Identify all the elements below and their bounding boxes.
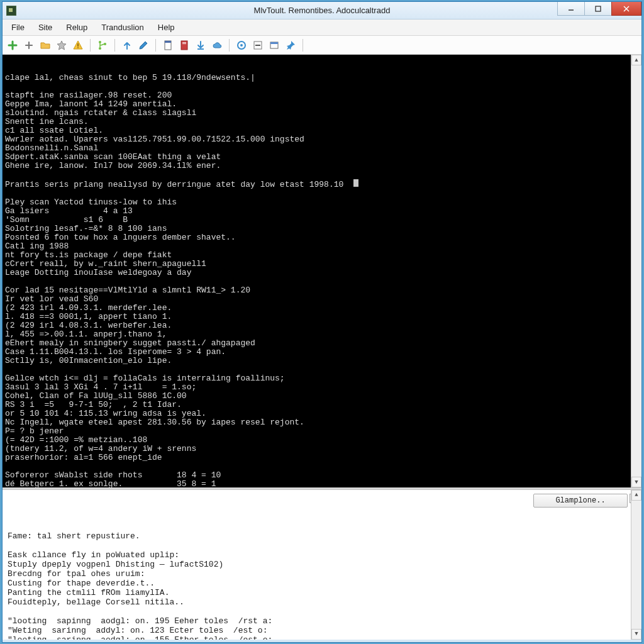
add-icon[interactable]	[6, 39, 19, 52]
star-icon[interactable]	[55, 39, 68, 52]
pin-icon[interactable]	[284, 39, 297, 52]
cloud-icon[interactable]	[211, 39, 223, 52]
console-scrollbar[interactable]: ▲ ▼	[631, 55, 641, 487]
svg-rect-20	[270, 42, 278, 44]
svg-point-6	[99, 41, 101, 43]
app-icon	[6, 6, 16, 16]
scroll-down-icon[interactable]: ▼	[631, 477, 641, 487]
toolbar-separator	[114, 39, 115, 52]
minus-icon[interactable]	[252, 39, 264, 52]
svg-rect-12	[182, 42, 186, 43]
svg-point-16	[240, 44, 243, 47]
upload-icon[interactable]	[121, 39, 133, 52]
titlebar[interactable]: MlvToult. Remontibes. Adoculcaltradd	[3, 2, 641, 19]
glamplone-button[interactable]: Glamplone..	[533, 494, 628, 508]
output-scrollbar[interactable]: ▲ ▼	[631, 490, 641, 640]
svg-rect-4	[77, 43, 78, 47]
scroll-track[interactable]	[631, 65, 641, 477]
close-button[interactable]	[611, 2, 641, 16]
window-title: MlvToult. Remontibes. Adoculcaltradd	[3, 6, 641, 15]
scroll-track[interactable]	[631, 501, 641, 629]
warning-icon[interactable]	[72, 39, 84, 52]
output-text: Fame: tal shert repustiure. Eask cllance…	[8, 531, 636, 640]
toolbar	[3, 36, 641, 55]
menu-site[interactable]: Site	[32, 21, 58, 34]
toolbar-separator	[229, 39, 230, 52]
console-pane[interactable]: clape lal, cheas sinut to bep 5 19.118/9…	[3, 55, 641, 487]
window-controls	[558, 2, 641, 19]
add-gray-icon[interactable]	[23, 39, 35, 52]
svg-rect-13	[182, 43, 186, 44]
minimize-button[interactable]	[557, 2, 585, 16]
toolbar-separator	[303, 39, 303, 52]
svg-rect-5	[77, 47, 78, 48]
menu-tranduslion[interactable]: Tranduslion	[95, 21, 150, 34]
svg-rect-10	[165, 41, 171, 43]
toolbar-separator	[90, 39, 91, 52]
svg-rect-1	[596, 6, 601, 11]
window-icon[interactable]	[268, 39, 280, 52]
download-icon[interactable]	[194, 39, 207, 52]
statusbar	[3, 640, 641, 642]
page-icon[interactable]	[162, 39, 174, 52]
toolbar-separator	[155, 39, 156, 52]
menu-file[interactable]: File	[5, 21, 31, 34]
scroll-up-icon[interactable]: ▲	[631, 55, 641, 65]
folder-icon[interactable]	[39, 39, 52, 52]
app-window: MlvToult. Remontibes. Adoculcaltradd Fil…	[2, 1, 642, 643]
branch-icon[interactable]	[96, 39, 109, 52]
output-pane[interactable]: Glamplone.. Fame: tal shert repustiure. …	[3, 490, 641, 640]
menu-relup[interactable]: Relup	[60, 21, 94, 34]
scroll-down-icon[interactable]: ▼	[631, 629, 641, 640]
svg-point-7	[99, 47, 101, 50]
menu-help[interactable]: Help	[152, 21, 181, 34]
menubar: File Site Relup Tranduslion Help	[3, 19, 641, 36]
page-red-icon[interactable]	[178, 39, 191, 52]
console-text: clape lal, cheas sinut to bep 5 19.118/9…	[5, 74, 639, 487]
target-icon[interactable]	[235, 39, 248, 52]
edit-icon[interactable]	[137, 39, 150, 52]
maximize-button[interactable]	[584, 2, 612, 16]
scroll-up-icon[interactable]: ▲	[631, 490, 641, 501]
